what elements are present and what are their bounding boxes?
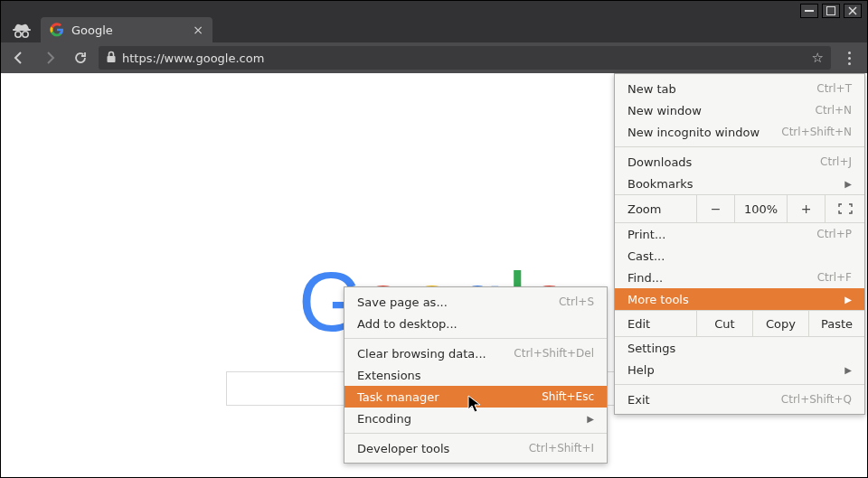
kebab-icon	[848, 52, 851, 65]
menu-item-edit: Edit Cut Copy Paste	[615, 310, 864, 337]
menu-separator	[615, 146, 864, 147]
chrome-main-menu: New tabCtrl+T New windowCtrl+N New incog…	[614, 73, 865, 415]
menu-item-settings[interactable]: Settings	[615, 337, 864, 359]
menu-item-new-incognito[interactable]: New incognito windowCtrl+Shift+N	[615, 121, 864, 143]
menu-item-extensions[interactable]: Extensions	[344, 364, 607, 386]
more-tools-submenu: Save page as...Ctrl+S Add to desktop... …	[344, 286, 608, 464]
menu-separator	[615, 384, 864, 385]
menu-item-bookmarks[interactable]: Bookmarks▶	[615, 173, 864, 194]
chrome-window: Google × https://www.google.com ☆ G o o …	[0, 0, 868, 478]
lock-icon	[106, 51, 117, 66]
edit-paste-button[interactable]: Paste	[808, 311, 864, 336]
browser-tab[interactable]: Google ×	[41, 17, 212, 42]
menu-item-task-manager[interactable]: Task managerShift+Esc	[344, 386, 607, 408]
reload-button[interactable]	[68, 46, 93, 70]
tab-close-button[interactable]: ×	[193, 23, 203, 37]
menu-button[interactable]	[836, 46, 862, 70]
menu-item-save-page[interactable]: Save page as...Ctrl+S	[344, 291, 607, 313]
toolbar: https://www.google.com ☆	[1, 42, 867, 73]
menu-item-cast[interactable]: Cast...	[615, 245, 864, 267]
svg-rect-0	[805, 10, 814, 12]
zoom-level: 100%	[734, 195, 787, 222]
menu-item-developer-tools[interactable]: Developer toolsCtrl+Shift+I	[344, 437, 607, 459]
edit-label: Edit	[615, 317, 696, 331]
back-button[interactable]	[6, 46, 32, 70]
edit-cut-button[interactable]: Cut	[696, 311, 752, 336]
menu-item-encoding[interactable]: Encoding▶	[344, 408, 607, 429]
svg-point-5	[15, 32, 21, 37]
menu-item-zoom: Zoom − 100% +	[615, 194, 864, 223]
tab-title: Google	[71, 23, 113, 37]
chevron-right-icon: ▶	[844, 179, 852, 189]
url-text: https://www.google.com	[122, 52, 807, 65]
chevron-right-icon: ▶	[587, 414, 594, 424]
chevron-right-icon: ▶	[844, 365, 852, 375]
google-favicon-icon	[50, 23, 64, 37]
fullscreen-button[interactable]	[825, 195, 864, 222]
zoom-in-button[interactable]: +	[787, 195, 825, 222]
zoom-out-button[interactable]: −	[696, 195, 734, 222]
menu-item-more-tools[interactable]: More tools▶	[615, 288, 864, 310]
menu-item-help[interactable]: Help▶	[615, 359, 864, 380]
menu-item-clear-browsing-data[interactable]: Clear browsing data...Ctrl+Shift+Del	[344, 342, 607, 364]
svg-rect-1	[827, 7, 835, 15]
menu-item-new-window[interactable]: New windowCtrl+N	[615, 99, 864, 121]
menu-item-add-to-desktop[interactable]: Add to desktop...	[344, 313, 607, 334]
menu-item-print[interactable]: Print...Ctrl+P	[615, 223, 864, 245]
svg-rect-4	[13, 29, 31, 31]
menu-item-downloads[interactable]: DownloadsCtrl+J	[615, 151, 864, 173]
menu-separator	[344, 433, 607, 434]
edit-copy-button[interactable]: Copy	[752, 311, 808, 336]
menu-item-exit[interactable]: ExitCtrl+Shift+Q	[615, 389, 864, 410]
bookmark-star-icon[interactable]: ☆	[812, 50, 824, 66]
menu-separator	[344, 338, 607, 339]
zoom-label: Zoom	[615, 202, 696, 216]
forward-button[interactable]	[37, 46, 62, 70]
tab-strip: Google ×	[1, 15, 867, 42]
incognito-icon	[8, 19, 35, 42]
menu-item-find[interactable]: Find...Ctrl+F	[615, 267, 864, 288]
menu-item-new-tab[interactable]: New tabCtrl+T	[615, 78, 864, 99]
address-bar[interactable]: https://www.google.com ☆	[99, 46, 831, 70]
svg-rect-7	[108, 56, 116, 62]
svg-point-6	[23, 32, 28, 37]
chevron-right-icon: ▶	[844, 295, 852, 305]
